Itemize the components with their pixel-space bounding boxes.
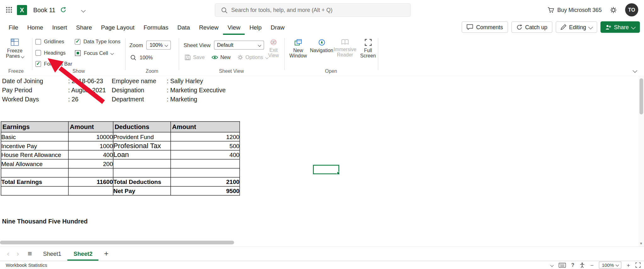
- info-label[interactable]: Designation: [112, 87, 144, 94]
- cell[interactable]: House Rent Allowance: [1, 150, 68, 159]
- info-value[interactable]: : 26: [68, 95, 79, 102]
- comments-button[interactable]: Comments: [462, 21, 508, 33]
- formula-bar-checkbox[interactable]: Formula Bar: [35, 61, 72, 67]
- zoom-in-button[interactable]: +: [627, 262, 630, 268]
- add-sheet-button[interactable]: +: [99, 249, 114, 258]
- excel-logo-icon[interactable]: X: [17, 5, 27, 15]
- focus-cell-button[interactable]: Focus Cell: [75, 50, 114, 56]
- sheet-view-new-button[interactable]: New: [211, 55, 230, 60]
- data-type-icons-checkbox[interactable]: Data Type Icons: [75, 39, 120, 45]
- menu-tab-view[interactable]: View: [223, 20, 245, 35]
- keyboard-icon[interactable]: [558, 263, 566, 268]
- freeze-panes-button[interactable]: Freeze Panes: [3, 38, 26, 59]
- info-value[interactable]: : Sally Harley: [167, 78, 203, 84]
- cell[interactable]: Provident Fund: [113, 132, 171, 141]
- scroll-down-arrow-icon[interactable]: ▾: [638, 241, 644, 245]
- info-value[interactable]: : Marketing Executive: [167, 87, 225, 94]
- workbook-title[interactable]: Book 11: [33, 6, 55, 13]
- statusbar-full-screen-icon[interactable]: [636, 262, 641, 268]
- vertical-scrollbar-track[interactable]: ▾: [638, 76, 644, 246]
- header-amount-1[interactable]: Amount: [68, 121, 113, 132]
- cell[interactable]: 10000: [68, 132, 113, 141]
- menu-tab-page-layout[interactable]: Page Layout: [97, 20, 139, 35]
- cell[interactable]: 500: [171, 141, 240, 150]
- title-chevron-down-icon[interactable]: [82, 6, 85, 14]
- prev-sheet-arrow-icon[interactable]: ‹: [3, 250, 13, 257]
- cell[interactable]: Net Pay: [113, 186, 171, 196]
- info-value[interactable]: : Marketing: [167, 95, 197, 102]
- info-value[interactable]: : August 2021: [68, 87, 106, 94]
- headings-checkbox[interactable]: Headings: [35, 50, 65, 56]
- gridlines-checkbox[interactable]: Gridlines: [35, 39, 64, 45]
- cell[interactable]: [1, 168, 68, 177]
- accessibility-icon[interactable]: [580, 262, 585, 268]
- share-button[interactable]: Share: [601, 21, 640, 33]
- cell[interactable]: 400: [171, 150, 240, 159]
- cell[interactable]: Incentive Pay: [1, 141, 68, 150]
- info-label[interactable]: Department: [112, 95, 144, 102]
- info-label[interactable]: Employee name: [112, 78, 156, 84]
- saved-sync-icon[interactable]: [60, 7, 67, 13]
- menu-tab-insert[interactable]: Insert: [48, 20, 72, 35]
- info-label[interactable]: Worked Days: [2, 95, 39, 102]
- data-type-icons-checkbox-box[interactable]: [75, 39, 80, 45]
- menu-tab-help[interactable]: Help: [245, 20, 266, 35]
- cell[interactable]: Basic: [1, 132, 68, 141]
- zoom-out-button[interactable]: −: [590, 262, 594, 268]
- cell[interactable]: Total Earnings: [1, 177, 68, 186]
- next-sheet-arrow-icon[interactable]: ›: [13, 250, 23, 257]
- header-earnings[interactable]: Earnings: [1, 121, 68, 132]
- cell[interactable]: Meal Allowance: [1, 159, 68, 168]
- gridlines-checkbox-box[interactable]: [35, 39, 41, 45]
- formula-bar-checkbox-box[interactable]: [35, 61, 41, 67]
- menu-tab-draw[interactable]: Draw: [266, 20, 289, 35]
- cell[interactable]: [113, 159, 171, 168]
- cell[interactable]: [171, 168, 240, 177]
- full-screen-button[interactable]: Full Screen: [357, 39, 380, 59]
- app-launcher-waffle-icon[interactable]: [6, 7, 12, 13]
- sheet-view-select[interactable]: Default: [214, 40, 264, 50]
- menu-tab-share[interactable]: Share: [72, 20, 97, 35]
- statusbar-chevron-down-icon[interactable]: [551, 264, 553, 266]
- menu-tab-review[interactable]: Review: [195, 20, 223, 35]
- vertical-scrollbar[interactable]: [639, 78, 643, 114]
- menu-tab-formulas[interactable]: Formulas: [139, 20, 173, 35]
- selected-cell[interactable]: [313, 165, 339, 174]
- info-label[interactable]: Pay Period: [2, 87, 32, 94]
- global-search-input[interactable]: Search for tools, help, and more (Alt + …: [215, 3, 411, 17]
- info-label[interactable]: Date of Joining: [2, 78, 43, 84]
- menu-tab-data[interactable]: Data: [173, 20, 195, 35]
- settings-gear-icon[interactable]: [610, 6, 617, 13]
- cell[interactable]: [68, 168, 113, 177]
- cell[interactable]: [1, 186, 68, 196]
- cell[interactable]: 11600: [68, 177, 113, 186]
- help-icon[interactable]: ?: [571, 262, 575, 268]
- cell[interactable]: Total Deductions: [113, 177, 171, 186]
- amount-in-words[interactable]: Nine Thousand Five Hundred: [2, 218, 88, 225]
- header-amount-2[interactable]: Amount: [171, 121, 240, 132]
- account-avatar[interactable]: TO: [625, 3, 638, 16]
- cell[interactable]: 400: [68, 150, 113, 159]
- menu-tab-file[interactable]: File: [4, 20, 23, 35]
- header-deductions[interactable]: Deductions: [113, 121, 171, 132]
- cell[interactable]: Profesional Tax: [113, 141, 171, 150]
- sheet-view-save-button[interactable]: Save: [185, 55, 205, 60]
- cell[interactable]: [68, 186, 113, 196]
- cell[interactable]: 1000: [68, 141, 113, 150]
- cell[interactable]: [113, 168, 171, 177]
- sheet-list-menu-icon[interactable]: ≡: [23, 250, 37, 258]
- cell[interactable]: 9500: [171, 186, 240, 196]
- zoom-100-button[interactable]: 100%: [130, 55, 153, 61]
- headings-checkbox-box[interactable]: [35, 50, 41, 56]
- menu-tab-home[interactable]: Home: [23, 20, 47, 35]
- sheet-tab-sheet1[interactable]: Sheet1: [37, 247, 67, 261]
- horizontal-scrollbar[interactable]: [0, 241, 234, 245]
- cell[interactable]: Loan: [113, 150, 171, 159]
- navigation-button[interactable]: Navigation: [309, 39, 334, 53]
- collapse-ribbon-chevron-icon[interactable]: [633, 68, 636, 73]
- zoom-level-control[interactable]: 100%: [599, 261, 621, 268]
- editing-mode-button[interactable]: Editing: [556, 21, 597, 33]
- catch-up-button[interactable]: Catch up: [511, 21, 552, 33]
- spreadsheet-canvas[interactable]: Date of Joining : 2018-06-23 Employee na…: [0, 76, 638, 246]
- cell[interactable]: [171, 159, 240, 168]
